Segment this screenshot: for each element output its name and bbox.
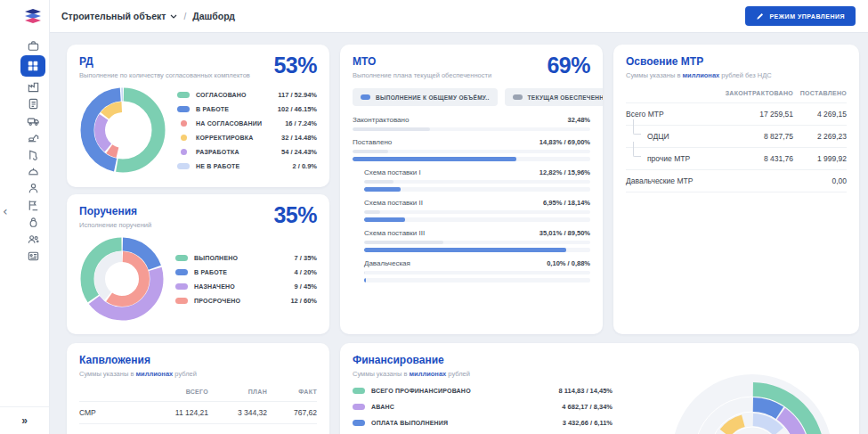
legend-label: ОПЛАТА ВЫПОЛНЕНИЯ	[371, 420, 448, 426]
progress-fill-plan	[364, 180, 393, 184]
progress-fill-plan	[364, 271, 365, 274]
legend-color-dot	[177, 106, 190, 112]
sidebar-item-safety[interactable]	[20, 164, 45, 178]
card-kapvlozheniya: Капвложения Суммы указаны в миллионах ру…	[67, 343, 329, 434]
progress-label: Давальческая	[364, 259, 410, 267]
progress-value: 32,48%	[568, 116, 590, 124]
table-row: СМР 11 124,21 3 344,32 767,62	[79, 402, 317, 424]
sidebar-item-machinery[interactable]	[20, 130, 45, 144]
porucheniya-donut-chart	[79, 236, 165, 322]
mto-progress-row: Поставлено 14,83% / 69,00%	[353, 138, 590, 161]
legend-color-dot	[353, 404, 365, 410]
progress-fill-current	[364, 248, 566, 252]
manage-mode-button[interactable]: РЕЖИМ УПРАВЛЕНИЯ	[745, 6, 856, 26]
progress-track-plan	[364, 241, 590, 244]
legend-item: АВАНС 4 682,17 / 8,34%	[353, 403, 612, 411]
mto-progress-row: Давальческая 0,10% / 0,88%	[353, 259, 590, 283]
osvoenie-title: Освоение МТР	[626, 55, 772, 68]
legend-label: ПРОСРОЧЕНО	[194, 298, 240, 304]
legend-item: ВСЕГО ПРОФИНАНСИРОВАНО 8 114,83 / 14,45%	[353, 387, 612, 395]
progress-label: Поставлено	[353, 138, 392, 146]
mto-title: МТО	[353, 55, 491, 68]
finansirovanie-title: Финансирование	[353, 354, 470, 366]
sidebar-item-objects[interactable]	[20, 79, 45, 94]
legend-item: НАЗНАЧЕНО 9 / 45%	[175, 283, 317, 291]
legend-label: В РАБОТЕ	[196, 106, 229, 112]
progress-fill-current	[364, 217, 405, 222]
legend-item: В РАБОТЕ 102 / 46.15%	[177, 105, 317, 113]
legend-label: НЕ В РАБОТЕ	[196, 163, 239, 169]
osvoenie-table-header: ЗАКОНТРАКТОВАНО ПОСТАВЛЕНО	[626, 90, 847, 103]
sidebar-item-personnel[interactable]	[20, 181, 45, 195]
sidebar-item-team[interactable]	[20, 232, 45, 246]
legend-color-dot	[175, 255, 188, 261]
sidebar-collapse-chevron-icon[interactable]: ‹	[3, 205, 8, 217]
breadcrumb-separator: /	[183, 12, 186, 21]
breadcrumb-object-selector[interactable]: Строительный объект	[61, 11, 166, 21]
kapvlozheniya-table-body: СМР 11 124,21 3 344,32 767,62	[79, 402, 317, 424]
crane-hook-icon	[27, 148, 40, 161]
legend-item: В РАБОТЕ 4 / 20%	[175, 268, 317, 276]
legend-value: 9 / 45%	[295, 283, 317, 291]
sidebar-item-resources[interactable]	[20, 215, 45, 229]
legend-label: ВЫПОЛНЕНО	[194, 255, 238, 261]
id-card-icon	[27, 250, 40, 263]
mto-tab[interactable]: ВЫПОЛНЕНИЕ К ОБЩЕМУ ОБЪЁМУ..	[353, 88, 498, 106]
sidebar-item-logistics[interactable]	[20, 113, 45, 127]
progress-fill-current	[353, 157, 516, 161]
mto-tabs: ВЫПОЛНЕНИЕ К ОБЩЕМУ ОБЪЁМУ.. ТЕКУЩАЯ ОБЕ…	[353, 88, 590, 106]
dashboard-grid: РД Выполнение по количеству согласованны…	[67, 45, 859, 434]
mto-progress-row: Схема поставки III 35,01% / 89,50%	[353, 229, 590, 252]
rd-subtitle: Выполнение по количеству согласованных к…	[79, 71, 250, 79]
document-icon	[27, 97, 40, 111]
legend-label: КОРРЕКТИРОВКА	[196, 135, 253, 141]
tab-label: ВЫПОЛНЕНИЕ К ОБЩЕМУ ОБЪЁМУ..	[376, 94, 490, 101]
legend-item: РАЗРАБОТКА 54 / 24.43%	[177, 148, 317, 156]
progress-track-plan	[364, 210, 590, 214]
excavator-icon	[27, 131, 40, 144]
sidebar-item-construction[interactable]	[20, 147, 45, 161]
truck-icon	[27, 114, 40, 127]
legend-value: 2 / 0.9%	[292, 162, 317, 170]
legend-color-dot	[181, 120, 187, 127]
tab-toggle-pill-icon	[361, 94, 370, 100]
chevron-down-icon[interactable]	[170, 14, 177, 19]
legend-item: ОПЛАТА ВЫПОЛНЕНИЯ 3 432,66 / 6,11%	[353, 419, 612, 427]
osvoenie-table-body: Всего МТР 17 259,51 4 269,15 ОДЦИ 8 827,…	[626, 103, 847, 192]
rd-title: РД	[79, 55, 250, 68]
sidebar-item-documents[interactable]	[20, 96, 45, 111]
kapvlozheniya-subtitle: Суммы указаны в миллионах рублей	[79, 370, 197, 378]
progress-label: Схема поставки II	[364, 199, 423, 207]
progress-track-plan	[353, 127, 590, 131]
legend-value: 54 / 24.43%	[281, 148, 317, 156]
progress-value: 0,10% / 0,88%	[547, 259, 590, 267]
table-row: ОДЦИ 8 827,75 2 269,23	[626, 126, 847, 148]
sidebar-item-briefcase[interactable]	[20, 38, 45, 53]
finansirovanie-sunburst-chart	[650, 372, 855, 434]
porucheniya-title: Поручения	[79, 205, 151, 217]
factory-icon	[27, 80, 40, 94]
briefcase-icon	[27, 39, 40, 53]
porucheniya-legend: ВЫПОЛНЕНО 7 / 35% В РАБОТЕ 4 / 20% НАЗНА	[175, 254, 317, 305]
osvoenie-subtitle: Суммы указаны в миллионах рублей без НДС	[626, 71, 772, 79]
legend-value: 32 / 14.48%	[281, 134, 317, 142]
app-logo[interactable]	[23, 8, 43, 25]
progress-track-current	[364, 187, 590, 192]
legend-color-dot	[353, 388, 365, 394]
legend-color-dot	[353, 420, 365, 426]
porucheniya-subtitle: Исполнение поручений	[79, 221, 151, 229]
sidebar-item-reports[interactable]	[20, 198, 45, 212]
legend-color-dot	[175, 283, 188, 290]
progress-track-current	[353, 157, 590, 161]
card-osvoenie-mtr: Освоение МТР Суммы указаны в миллионах р…	[613, 45, 859, 334]
sidebar-item-passes[interactable]	[20, 249, 45, 263]
table-row: Всего МТР 17 259,51 4 269,15	[626, 103, 847, 126]
sidebar-expand-icon[interactable]: »	[21, 414, 28, 427]
sidebar-item-dashboard[interactable]	[20, 55, 45, 77]
kapvlozheniya-table-header: ВСЕГО ПЛАН ФАКТ	[79, 389, 317, 402]
progress-fill-current	[364, 278, 366, 283]
topbar: Строительный объект / Дашборд РЕЖИМ УПРА…	[49, 0, 868, 33]
mto-tab[interactable]: ТЕКУЩАЯ ОБЕСПЕЧЕННОСТЬ	[505, 88, 603, 106]
mto-progress-row: Схема поставки I 12,82% / 15,96%	[353, 168, 590, 192]
progress-fill-plan	[353, 150, 388, 153]
